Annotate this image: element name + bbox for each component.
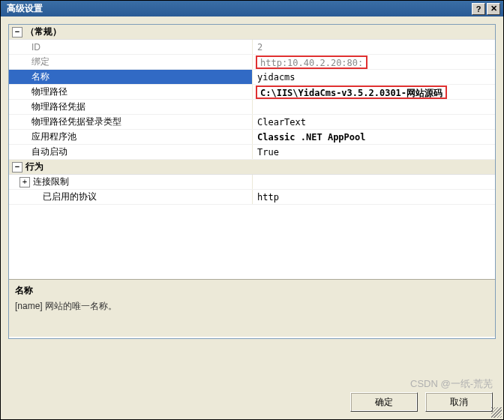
prop-value: 2	[253, 40, 495, 54]
prop-value: True	[253, 145, 495, 159]
resize-grip-icon[interactable]	[491, 407, 502, 418]
prop-row-physical-path[interactable]: 物理路径 C:\IIS\YidaCms-v3.5.2.0301-网站源码	[9, 85, 495, 100]
prop-value: ClearText	[253, 115, 495, 129]
grid-rows: − （常规） ID 2 绑定 http:10.40.2.20:80: 名称 yi…	[9, 25, 495, 280]
prop-row-app-pool[interactable]: 应用程序池 Classic .NET AppPool	[9, 130, 495, 145]
prop-label: 自动启动	[9, 145, 253, 159]
prop-label: 物理路径凭据	[9, 100, 253, 114]
category-behavior: − 行为	[9, 160, 495, 175]
expand-icon[interactable]: +	[20, 177, 30, 188]
prop-label: 物理路径	[9, 85, 253, 99]
prop-row-name[interactable]: 名称 yidacms	[9, 70, 495, 85]
category-label-behavior: 行为	[26, 160, 495, 173]
prop-value[interactable]: yidacms	[253, 70, 495, 84]
description-panel: 名称 [name] 网站的唯一名称。	[9, 280, 495, 337]
prop-value	[253, 175, 495, 189]
prop-row-autostart[interactable]: 自动启动 True	[9, 145, 495, 160]
prop-row-binding[interactable]: 绑定 http:10.40.2.20:80:	[9, 55, 495, 70]
watermark: CSDN @一纸-荒芜	[410, 377, 493, 391]
prop-row-id[interactable]: ID 2	[9, 40, 495, 55]
grid-empty-area	[9, 205, 495, 279]
prop-value: Classic .NET AppPool	[253, 130, 495, 144]
prop-label: 已启用的协议	[9, 190, 253, 204]
cancel-button[interactable]: 取消	[425, 392, 493, 412]
button-bar: 确定 取消	[350, 392, 493, 412]
property-grid: − （常规） ID 2 绑定 http:10.40.2.20:80: 名称 yi…	[8, 24, 496, 339]
titlebar-buttons: ? ✕	[472, 3, 500, 15]
prop-label: ID	[9, 40, 253, 54]
prop-label: + 连接限制	[9, 175, 253, 189]
prop-row-connection-limit[interactable]: + 连接限制	[9, 175, 495, 190]
prop-label: 应用程序池	[9, 130, 253, 144]
collapse-icon[interactable]: −	[12, 162, 22, 172]
collapse-icon[interactable]: −	[12, 27, 22, 38]
prop-value: C:\IIS\YidaCms-v3.5.2.0301-网站源码	[253, 85, 495, 99]
prop-value	[253, 100, 495, 114]
description-title: 名称	[15, 284, 489, 297]
category-general: − （常规）	[9, 25, 495, 40]
path-value: C:\IIS\YidaCms-v3.5.2.0301-网站源码	[256, 86, 447, 99]
prop-row-enabled-protocols[interactable]: 已启用的协议 http	[9, 190, 495, 205]
close-button[interactable]: ✕	[487, 3, 500, 15]
prop-row-logon-type[interactable]: 物理路径凭据登录类型 ClearText	[9, 115, 495, 130]
titlebar: 高级设置 ? ✕	[0, 0, 504, 16]
prop-value: http:10.40.2.20:80:	[253, 55, 495, 69]
prop-row-credentials[interactable]: 物理路径凭据	[9, 100, 495, 115]
category-label-general: （常规）	[26, 26, 495, 38]
dialog-body: − （常规） ID 2 绑定 http:10.40.2.20:80: 名称 yi…	[0, 16, 504, 420]
connection-limit-label: 连接限制	[33, 176, 69, 188]
binding-value: http:10.40.2.20:80:	[256, 56, 368, 69]
description-text: [name] 网站的唯一名称。	[15, 300, 489, 313]
prop-label: 物理路径凭据登录类型	[9, 115, 253, 129]
help-button[interactable]: ?	[472, 3, 485, 15]
prop-value: http	[253, 190, 495, 204]
ok-button[interactable]: 确定	[350, 392, 418, 412]
prop-label: 名称	[9, 70, 253, 84]
prop-label: 绑定	[9, 55, 253, 69]
dialog-title: 高级设置	[4, 2, 472, 15]
